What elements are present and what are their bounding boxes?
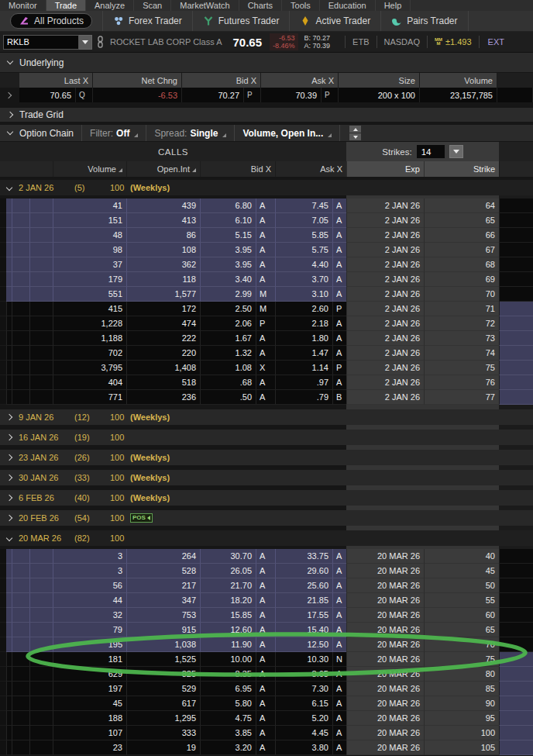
option-row-20-mar-26-strike-75[interactable]: 1811,52510.00A10.30N20 MAR 2675	[0, 652, 533, 667]
symbol-dropdown-button[interactable]	[79, 35, 92, 50]
option-row-2-jan-26-strike-71[interactable]: 4151722.50M2.60P2 JAN 2671	[0, 302, 533, 316]
column-header-bid-x[interactable]: Bid X	[182, 73, 261, 88]
active-pill: All Products	[10, 13, 92, 29]
row-edge	[0, 593, 6, 608]
spinner-up-button[interactable]	[349, 126, 361, 133]
column-header-net-chng[interactable]: Net Chng	[93, 73, 182, 88]
option-row-2-jan-26-strike-68[interactable]: 373623.95A4.40A2 JAN 2668	[0, 257, 533, 272]
column-header-volume[interactable]: Volume	[53, 161, 126, 177]
etb-flag: ETB	[352, 37, 369, 47]
column-header-ask-x[interactable]: Ask X	[275, 161, 346, 177]
bid-cell: 15.85	[200, 608, 256, 623]
spread-dropdown[interactable]: Spread: Single	[154, 128, 226, 139]
chevron-right-icon	[6, 414, 12, 420]
open-interest-cell: 413	[126, 213, 200, 228]
trade-grid-section-header[interactable]: Trade Grid	[0, 108, 533, 123]
menu-item-marketwatch[interactable]: MarketWatch	[171, 0, 239, 11]
toolbar-item-label: Futures Trader	[218, 16, 280, 26]
option-row-20-mar-26-strike-60[interactable]: 3275315.85A17.55A20 MAR 2660	[0, 608, 533, 623]
strikes-dropdown-button[interactable]	[449, 145, 463, 158]
column-header-open-int[interactable]: Open.Int	[126, 161, 200, 177]
menu-item-help[interactable]: Help	[376, 0, 411, 11]
option-row-20-mar-26-strike-100[interactable]: 1073333.85A4.45A20 MAR 26100	[0, 726, 533, 740]
expiration-group-23-jan-26[interactable]: 23 JAN 26(26)100(Weeklys)	[0, 450, 533, 465]
underlying-quote-row[interactable]: 70.65 Q -6.53 70.27 P 70.39 P 200 x 100 …	[0, 88, 533, 102]
spacer-cell	[29, 272, 53, 287]
column-header-volume[interactable]: Volume	[420, 73, 497, 88]
toolbar-item-all-products[interactable]: All Products	[0, 11, 103, 31]
market-maker-move[interactable]: MMM ±1.493	[435, 37, 472, 47]
option-row-2-jan-26-strike-70[interactable]: 5511,5772.99M3.10A2 JAN 2670	[0, 287, 533, 302]
column-header-exp[interactable]: Exp	[346, 161, 424, 177]
option-row-20-mar-26-strike-90[interactable]: 456175.80A6.15A20 MAR 2690	[0, 696, 533, 711]
divider	[146, 125, 146, 141]
ask-cell: 29.60	[275, 564, 332, 578]
row-expander[interactable]	[0, 88, 19, 102]
option-row-20-mar-26-strike-85[interactable]: 1975296.95A7.30A20 MAR 2685	[0, 682, 533, 696]
option-row-20-mar-26-strike-80[interactable]: 6298258.35A8.65A20 MAR 2680	[0, 667, 533, 682]
expiration-cell: 2 JAN 26	[346, 302, 424, 316]
option-row-20-mar-26-strike-45[interactable]: 352826.05A29.60A20 MAR 2645	[0, 564, 533, 578]
expiration-group-20-mar-26[interactable]: 20 MAR 26(82)100	[0, 530, 533, 546]
link-icon[interactable]	[97, 36, 104, 48]
toolbar-item-active-trader[interactable]: Active Trader	[290, 11, 381, 31]
expiration-group-30-jan-26[interactable]: 30 JAN 26(33)100(Weeklys)	[0, 470, 533, 485]
column-header-ask-x[interactable]: Ask X	[261, 73, 339, 88]
menu-item-trade[interactable]: Trade	[46, 0, 86, 11]
symbol-bar: ROCKET LAB CORP Class A 70.65 -6.53 -8.4…	[0, 32, 533, 53]
underlying-section-header[interactable]: Underlying	[0, 53, 533, 73]
menu-item-analyze[interactable]: Analyze	[86, 0, 134, 11]
layout-dropdown[interactable]: Volume, Open In...	[242, 128, 332, 139]
option-row-2-jan-26-strike-67[interactable]: 981083.95A5.75A2 JAN 2667	[0, 243, 533, 257]
column-header-strike[interactable]: Strike	[424, 161, 499, 177]
expiration-group-16-jan-26[interactable]: 16 JAN 26(19)100	[0, 430, 533, 445]
menu-item-education[interactable]: Education	[320, 0, 376, 11]
spinner-down-button[interactable]	[349, 133, 361, 140]
toolbar-item-forex-trader[interactable]: Forex Trader	[103, 11, 193, 31]
option-row-20-mar-26-strike-70[interactable]: 1951,03811.90A12.50A20 MAR 2670	[0, 637, 533, 652]
option-row-20-mar-26-strike-50[interactable]: 5621721.70A25.60A20 MAR 2650	[0, 578, 533, 593]
option-row-2-jan-26-strike-72[interactable]: 1,2284742.06P2.18A2 JAN 2672	[0, 316, 533, 331]
option-row-20-mar-26-strike-105[interactable]: 23193.20A3.80A20 MAR 26105	[0, 740, 533, 755]
column-header-bid-x[interactable]: Bid X	[200, 161, 275, 177]
spacer-cell	[12, 287, 29, 302]
contract-count: (19)	[74, 433, 110, 442]
column-header-size[interactable]: Size	[339, 73, 420, 88]
option-row-2-jan-26-strike-65[interactable]: 1514136.10A7.05A2 JAN 2665	[0, 213, 533, 228]
strikes-count-value[interactable]: 14	[417, 145, 445, 158]
ask-exchange-cell: A	[332, 564, 346, 578]
option-row-2-jan-26-strike-69[interactable]: 1791183.40A3.70A2 JAN 2669	[0, 272, 533, 287]
expiration-group-6-feb-26[interactable]: 6 FEB 26(40)100(Weeklys)	[0, 490, 533, 506]
spacer-cell	[6, 578, 12, 593]
toolbar-item-futures-trader[interactable]: Futures Trader	[193, 11, 291, 31]
expiration-group-2-jan-26[interactable]: 2 JAN 26(5)100(Weeklys)	[0, 180, 533, 195]
option-row-2-jan-26-strike-66[interactable]: 48865.15A5.85A2 JAN 2666	[0, 228, 533, 243]
option-chain-toggle[interactable]: Option Chain	[0, 128, 74, 139]
expiration-group-9-jan-26[interactable]: 9 JAN 26(12)100(Weeklys)	[0, 409, 533, 425]
option-row-2-jan-26-strike-75[interactable]: 3,7951,4081.08X1.14P2 JAN 2675	[0, 361, 533, 375]
column-header-last-x[interactable]: Last X	[19, 73, 93, 88]
option-row-20-mar-26-strike-65[interactable]: 7991512.60A15.40A20 MAR 2665	[0, 623, 533, 637]
filter-dropdown[interactable]: Filter: Off	[90, 128, 138, 139]
volume-cell: 3	[53, 549, 126, 564]
symbol-input[interactable]	[3, 35, 79, 50]
toolbar-item-pairs-trader[interactable]: Pairs Trader	[381, 11, 468, 31]
spacer-cell	[6, 652, 12, 667]
menu-item-tools[interactable]: Tools	[282, 0, 320, 11]
option-row-2-jan-26-strike-73[interactable]: 1,1882221.67A1.80A2 JAN 2673	[0, 331, 533, 346]
spacer-cell	[12, 652, 29, 667]
option-row-2-jan-26-strike-64[interactable]: 414396.80A7.45A2 JAN 2664	[0, 198, 533, 213]
option-row-2-jan-26-strike-76[interactable]: 404518.68A.97A2 JAN 2676	[0, 375, 533, 390]
multiplier: 100	[110, 513, 130, 523]
expiration-group-20-feb-26[interactable]: 20 FEB 26(54)100POS	[0, 510, 533, 526]
option-row-20-mar-26-strike-55[interactable]: 4434718.20A21.85A20 MAR 2655	[0, 593, 533, 608]
option-row-20-mar-26-strike-40[interactable]: 326430.70A33.75A20 MAR 2640	[0, 549, 533, 564]
strike-cell: 74	[424, 346, 499, 361]
spacer-cell	[6, 549, 12, 564]
menu-item-scan[interactable]: Scan	[134, 0, 171, 11]
menu-item-monitor[interactable]: Monitor	[0, 0, 46, 11]
option-row-2-jan-26-strike-77[interactable]: 771236.50A.79B2 JAN 2677	[0, 390, 533, 405]
option-row-20-mar-26-strike-95[interactable]: 1881,2954.75A5.20A20 MAR 2695	[0, 711, 533, 726]
option-row-2-jan-26-strike-74[interactable]: 7022201.32A1.47A2 JAN 2674	[0, 346, 533, 361]
menu-item-charts[interactable]: Charts	[239, 0, 282, 11]
